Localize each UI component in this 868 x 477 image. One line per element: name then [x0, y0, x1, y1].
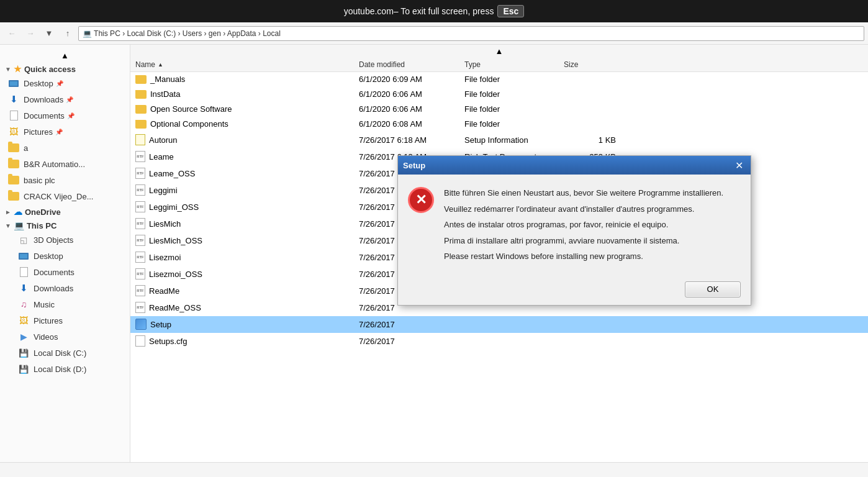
rtf-icon: RTF — [135, 268, 145, 279]
ok-button[interactable]: OK — [685, 281, 741, 298]
thispc-label: This PC — [27, 221, 57, 230]
sidebar-thispc-music-label: Music — [34, 300, 55, 309]
desktop-icon — [7, 77, 20, 89]
sidebar-section-quickaccess[interactable]: ▼ ★ Quick access — [0, 61, 130, 75]
quickaccess-label: Quick access — [24, 65, 76, 74]
sidebar-thispc-documents-label: Documents — [34, 268, 75, 277]
file-name-label: ReadMe — [149, 286, 179, 296]
rtf-icon: RTF — [135, 252, 145, 263]
col-header-date[interactable]: Date modified — [354, 58, 459, 71]
up-button[interactable]: ↑ — [60, 25, 76, 42]
sidebar-item-documents[interactable]: Documents 📌 — [0, 107, 130, 124]
esc-key-badge: Esc — [497, 5, 524, 17]
sidebar-basicplc-label: basic plc — [24, 176, 55, 185]
table-row[interactable]: Setups.cfg 7/26/2017 — [130, 333, 868, 350]
file-size-cell — [559, 306, 621, 309]
back-button[interactable]: ← — [4, 25, 20, 42]
file-name-cell: Setups.cfg — [130, 334, 354, 348]
col-header-name[interactable]: Name ▲ — [130, 58, 354, 71]
documents2-icon — [17, 266, 30, 278]
file-name-cell: Setup — [130, 317, 354, 331]
pin-icon-desktop: 📌 — [56, 80, 63, 87]
sidebar-section-onedrive[interactable]: ► ☁ OneDrive — [0, 204, 130, 218]
recent-button[interactable]: ▼ — [41, 25, 57, 42]
sidebar-item-desktop[interactable]: Desktop 📌 — [0, 75, 130, 91]
pin-icon-documents: 📌 — [67, 112, 75, 119]
file-size-cell — [559, 340, 621, 342]
onedrive-label: OneDrive — [25, 207, 61, 217]
dialog-close-button[interactable]: ✕ — [732, 158, 746, 172]
file-name-label: Open Source Software — [150, 104, 232, 114]
sidebar-section-thispc[interactable]: ▼ 💻 This PC — [0, 218, 130, 232]
file-name-cell: RTF Lisezmoi — [130, 250, 354, 264]
sidebar-item-thispc-pictures[interactable]: 🖼 Pictures — [0, 312, 130, 329]
sidebar-scroll-up[interactable]: ▲ — [0, 50, 130, 61]
forward-button[interactable]: → — [22, 25, 38, 42]
error-circle-icon: ✕ — [408, 187, 434, 213]
sidebar-item-thispc-documents[interactable]: Documents — [0, 264, 130, 280]
file-name-cell: RTF Leame — [130, 150, 354, 163]
sidebar-item-br[interactable]: B&R Automatio... — [0, 156, 130, 172]
sidebar-localc-label: Local Disk (C:) — [34, 348, 86, 358]
address-text: 💻 This PC › Local Disk (C:) › Users › ge… — [83, 29, 281, 38]
pictures-icon: 🖼 — [7, 125, 20, 138]
localdisk-d-icon: 💾 — [17, 363, 30, 375]
file-date-cell: 6/1/2020 6:08 AM — [354, 118, 459, 130]
table-row[interactable]: InstData 6/1/2020 6:06 AM File folder — [130, 87, 868, 102]
sidebar-thispc-videos-label: Videos — [34, 332, 58, 342]
rtf-icon: RTF — [135, 285, 145, 296]
sidebar-item-thispc-music[interactable]: ♫ Music — [0, 296, 130, 312]
sidebar-br-label: B&R Automatio... — [24, 160, 85, 169]
file-size-cell — [559, 108, 621, 111]
file-name-label: Leame_OSS — [149, 169, 195, 178]
file-type-cell: File folder — [459, 88, 559, 100]
pin-icon-pictures: 📌 — [55, 129, 63, 135]
sidebar: ▲ ▼ ★ Quick access Desktop 📌 ⬇ Downloads… — [0, 45, 130, 462]
sidebar-item-pictures[interactable]: 🖼 Pictures 📌 — [0, 124, 130, 140]
folder-icon — [135, 105, 147, 114]
filelist-scroll-up[interactable]: ▲ — [130, 45, 868, 58]
sidebar-item-locald[interactable]: 💾 Local Disk (D:) — [0, 361, 130, 377]
address-bar[interactable]: 💻 This PC › Local Disk (C:) › Users › ge… — [78, 26, 864, 41]
sidebar-crack-label: CRACK Vijeo_De... — [24, 192, 93, 201]
onedrive-icon: ☁ — [14, 207, 22, 217]
table-row[interactable]: Setup 7/26/2017 — [130, 316, 868, 333]
sidebar-item-basicplc[interactable]: basic plc — [0, 172, 130, 188]
sidebar-item-thispc-videos[interactable]: ▶ Videos — [0, 329, 130, 345]
file-list-header: Name ▲ Date modified Type Size — [130, 58, 868, 72]
sidebar-item-3dobjects[interactable]: ◱ 3D Objects — [0, 232, 130, 248]
dialog-message: Bitte führen Sie einen Neustart aus, bev… — [444, 187, 723, 266]
youtube-fullscreen-bar: youtube.com – To exit full screen, press… — [0, 0, 868, 22]
file-name-cell: RTF ReadMe — [130, 284, 354, 298]
file-name-label: Autorun — [149, 135, 178, 145]
downloads2-icon: ⬇ — [17, 282, 30, 294]
rtf-icon: RTF — [135, 168, 145, 179]
sidebar-item-crack[interactable]: CRACK Vijeo_De... — [0, 188, 130, 204]
table-row[interactable]: Autorun 7/26/2017 6:18 AM Setup Informat… — [130, 132, 868, 148]
file-name-label: Leame — [149, 152, 174, 161]
sidebar-item-downloads[interactable]: ⬇ Downloads 📌 — [0, 91, 130, 107]
file-name-cell: RTF ReadMe_OSS — [130, 301, 354, 314]
file-size-cell — [559, 78, 621, 81]
file-name-cell: _Manuals — [130, 73, 354, 85]
sidebar-item-a[interactable]: a — [0, 140, 130, 156]
file-type-cell: File folder — [459, 118, 559, 130]
sidebar-item-thispc-desktop[interactable]: Desktop — [0, 248, 130, 264]
folder-icon — [135, 120, 147, 129]
setup-dialog[interactable]: Setup ✕ ✕ Bitte führen Sie einen Neustar… — [397, 155, 751, 306]
folder-basicplc-icon — [7, 174, 20, 186]
quickaccess-arrow: ▼ — [5, 66, 11, 73]
col-header-size[interactable]: Size — [559, 58, 621, 71]
file-type-cell — [459, 306, 559, 309]
sidebar-item-localc[interactable]: 💾 Local Disk (C:) — [0, 345, 130, 361]
file-name-label: Setups.cfg — [149, 337, 187, 346]
dialog-title: Setup — [403, 161, 425, 170]
file-name-label: Lisezmoi_OSS — [149, 270, 202, 279]
table-row[interactable]: Optional Components 6/1/2020 6:08 AM Fil… — [130, 117, 868, 132]
table-row[interactable]: _Manuals 6/1/2020 6:09 AM File folder — [130, 72, 868, 87]
file-name-cell: RTF Leggimi_OSS — [130, 200, 354, 214]
file-name-cell: RTF LiesMich_OSS — [130, 234, 354, 247]
table-row[interactable]: Open Source Software 6/1/2020 6:06 AM Fi… — [130, 102, 868, 117]
col-header-type[interactable]: Type — [459, 58, 559, 71]
sidebar-item-thispc-downloads[interactable]: ⬇ Downloads — [0, 280, 130, 296]
